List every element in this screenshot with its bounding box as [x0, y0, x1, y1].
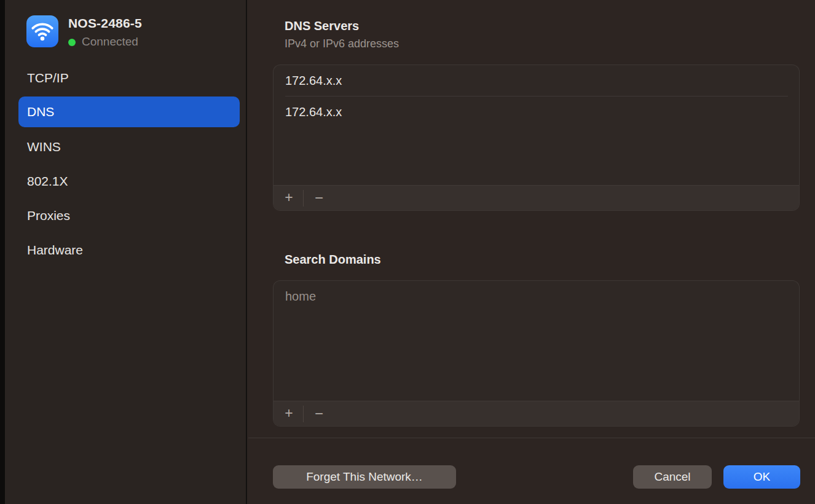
dns-server-entry[interactable]: 172.64.x.x	[274, 96, 799, 127]
dns-pane: DNS Servers IPv4 or IPv6 addresses 172.6…	[248, 0, 815, 504]
add-dns-server-button[interactable]: +	[278, 186, 299, 211]
remove-search-domain-button[interactable]: −	[309, 401, 329, 427]
dns-servers-title: DNS Servers	[285, 19, 359, 33]
connection-status: Connected	[68, 35, 138, 49]
dns-servers-list: 172.64.x.x 172.64.x.x + −	[273, 65, 800, 211]
sidebar-item-tcpip[interactable]: TCP/IP	[18, 63, 240, 93]
cancel-button[interactable]: Cancel	[633, 465, 712, 489]
search-domains-title: Search Domains	[285, 253, 381, 267]
footer-divider	[248, 438, 815, 438]
remove-dns-server-button[interactable]: −	[309, 186, 329, 211]
search-domain-entry[interactable]: home	[274, 281, 799, 312]
network-name: NOS-2486-5	[68, 16, 142, 31]
forget-network-button[interactable]: Forget This Network…	[273, 465, 456, 489]
sidebar-item-proxies[interactable]: Proxies	[18, 200, 240, 231]
dns-servers-toolbar: + −	[274, 185, 799, 210]
dns-servers-subtitle: IPv4 or IPv6 addresses	[285, 37, 399, 50]
sidebar: NOS-2486-5 Connected TCP/IP DNS WINS 802…	[5, 0, 247, 504]
connection-status-label: Connected	[82, 35, 138, 49]
sidebar-item-dns[interactable]: DNS	[18, 96, 240, 127]
sidebar-item-8021x[interactable]: 802.1X	[18, 166, 240, 197]
window-edge	[0, 0, 5, 504]
network-details-dialog: NOS-2486-5 Connected TCP/IP DNS WINS 802…	[0, 0, 815, 504]
toolbar-divider	[303, 406, 304, 422]
wifi-icon	[26, 15, 58, 47]
sidebar-item-wins[interactable]: WINS	[18, 132, 240, 162]
toolbar-divider	[303, 190, 304, 207]
network-header: NOS-2486-5 Connected	[5, 0, 246, 61]
ok-button[interactable]: OK	[723, 465, 800, 489]
dns-server-entry[interactable]: 172.64.x.x	[274, 65, 799, 96]
sidebar-item-hardware[interactable]: Hardware	[18, 235, 240, 266]
connected-dot-icon	[68, 39, 76, 46]
add-search-domain-button[interactable]: +	[278, 401, 299, 427]
search-domains-toolbar: + −	[274, 401, 799, 426]
search-domains-list: home + −	[273, 280, 800, 427]
